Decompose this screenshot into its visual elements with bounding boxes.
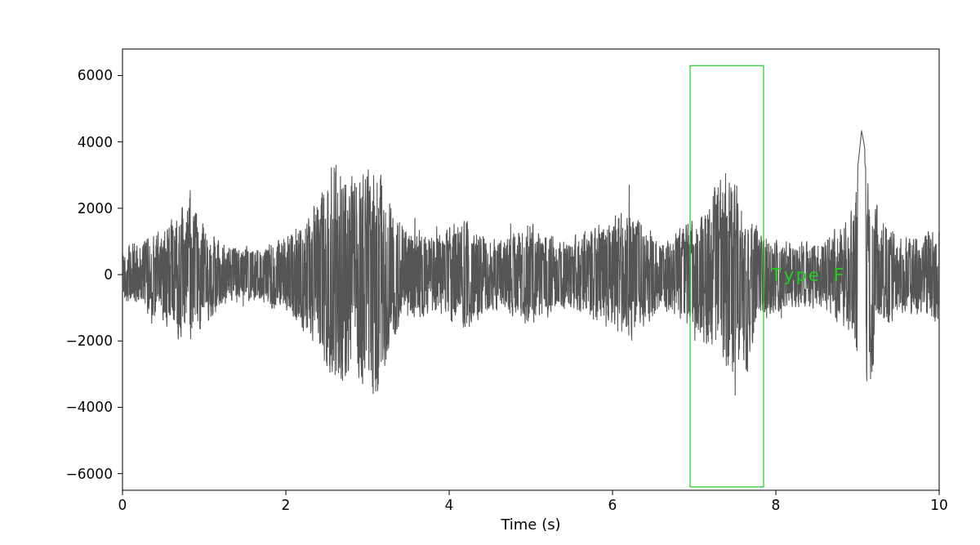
waveform-chart: Type F0246810−6000−4000−2000020004000600… xyxy=(0,0,980,545)
x-tick-label: 6 xyxy=(608,497,617,513)
x-tick-label: 2 xyxy=(282,497,291,513)
signal-line xyxy=(122,132,939,395)
x-axis-label: Time (s) xyxy=(500,516,560,533)
y-tick-label: −4000 xyxy=(65,399,113,415)
x-tick-label: 4 xyxy=(445,497,454,513)
x-tick-label: 0 xyxy=(118,497,127,513)
y-tick-label: 0 xyxy=(104,266,113,283)
x-tick-label: 8 xyxy=(772,497,781,513)
y-tick-label: 6000 xyxy=(78,67,113,83)
y-tick-label: −2000 xyxy=(65,333,113,349)
x-tick-label: 10 xyxy=(930,497,948,513)
y-tick-label: −6000 xyxy=(65,466,113,482)
annotation-label: Type F xyxy=(771,265,845,285)
y-tick-label: 4000 xyxy=(78,134,113,150)
chart-svg: Type F0246810−6000−4000−2000020004000600… xyxy=(0,0,980,545)
y-tick-label: 2000 xyxy=(78,200,113,217)
